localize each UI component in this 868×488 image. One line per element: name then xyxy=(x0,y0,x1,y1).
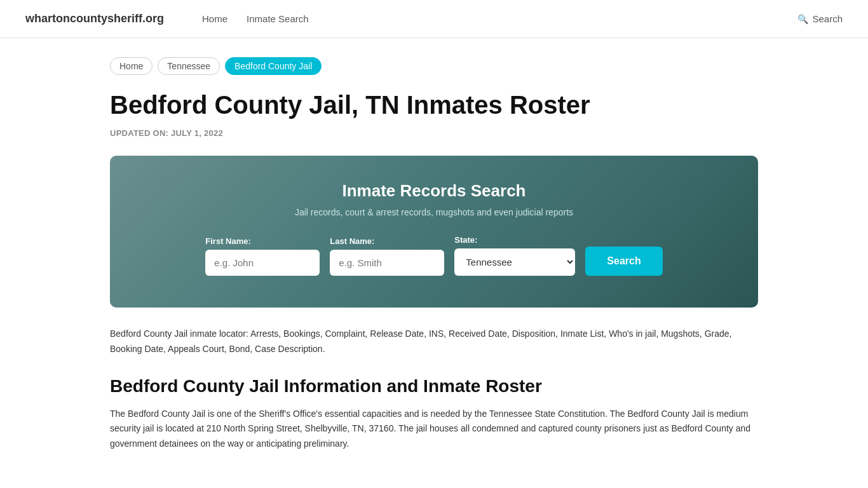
main-content: Home Tennessee Bedford County Jail Bedfo… xyxy=(85,38,783,488)
state-label: State: xyxy=(454,235,575,245)
inmate-records-search-card: Inmate Records Search Jail records, cour… xyxy=(110,156,758,308)
last-name-label: Last Name: xyxy=(330,236,444,246)
nav-search[interactable]: 🔍 Search xyxy=(797,13,843,24)
breadcrumb-home[interactable]: Home xyxy=(110,57,153,75)
nav-inmate-search-link[interactable]: Inmate Search xyxy=(247,13,309,24)
first-name-label: First Name: xyxy=(205,236,320,246)
state-select[interactable]: AlabamaAlaskaArizonaArkansasCaliforniaCo… xyxy=(454,248,575,276)
section-body: The Bedford County Jail is one of the Sh… xyxy=(110,407,758,452)
first-name-input[interactable] xyxy=(205,250,320,276)
description-text: Bedford County Jail inmate locator: Arre… xyxy=(110,327,758,357)
page-title: Bedford County Jail, TN Inmates Roster xyxy=(110,90,758,119)
last-name-field: Last Name: xyxy=(330,236,444,276)
nav-search-label: Search xyxy=(812,13,843,24)
state-field: State: AlabamaAlaskaArizonaArkansasCalif… xyxy=(454,235,575,276)
nav-links: Home Inmate Search xyxy=(202,13,772,24)
section-heading: Bedford County Jail Information and Inma… xyxy=(110,376,758,396)
nav-home-link[interactable]: Home xyxy=(202,13,227,24)
updated-on: UPDATED ON: JULY 1, 2022 xyxy=(110,128,758,138)
first-name-field: First Name: xyxy=(205,236,320,276)
nav-search-icon: 🔍 xyxy=(797,14,808,24)
breadcrumb-bedford[interactable]: Bedford County Jail xyxy=(225,57,322,75)
breadcrumb: Home Tennessee Bedford County Jail xyxy=(110,57,758,75)
navbar: whartoncountysheriff.org Home Inmate Sea… xyxy=(0,0,868,38)
breadcrumb-tennessee[interactable]: Tennessee xyxy=(158,57,220,75)
search-card-subtitle: Jail records, court & arrest records, mu… xyxy=(148,207,720,217)
search-form: First Name: Last Name: State: AlabamaAla… xyxy=(148,235,720,276)
last-name-input[interactable] xyxy=(330,250,444,276)
search-button[interactable]: Search xyxy=(585,247,662,276)
site-brand[interactable]: whartoncountysheriff.org xyxy=(25,12,164,25)
search-card-title: Inmate Records Search xyxy=(148,181,720,201)
